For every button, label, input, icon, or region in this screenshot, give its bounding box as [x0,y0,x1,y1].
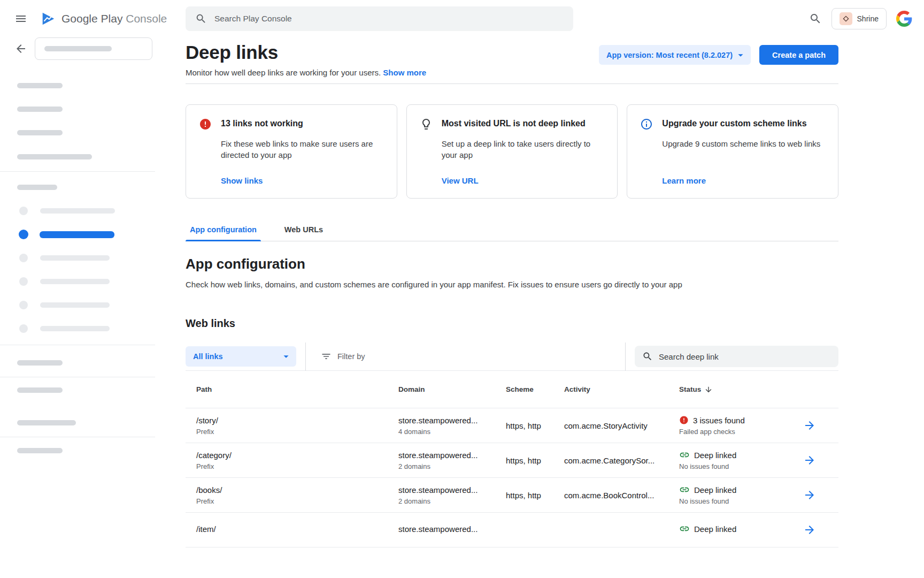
status-value: Deep linked [694,485,736,495]
card-most-visited-url: Most visited URL is not deep linked Set … [406,104,618,199]
deep-linked-icon [679,523,690,534]
app-version-label: App version: Most recent (8.2.027) [606,51,733,59]
show-more-link[interactable]: Show more [383,68,426,77]
tab-app-configuration[interactable]: App configuration [186,218,261,241]
nav-item-icon-skeleton [19,277,28,286]
table-row[interactable]: /story/ Prefix store.steampowered... 4 d… [186,408,838,443]
nav-item-icon-skeleton [19,301,28,309]
skeleton-bar [17,420,76,425]
skeleton-bar [17,154,92,159]
view-url-link[interactable]: View URL [442,176,605,185]
arrow-forward-icon [803,419,816,432]
table-row[interactable]: /books/ Prefix store.steampowered... 2 d… [186,478,838,513]
status-detail: No issues found [679,497,802,506]
tab-web-urls[interactable]: Web URLs [280,218,327,241]
row-detail-arrow-button[interactable] [803,419,816,432]
topbar-right: Shrine [809,8,924,29]
links-filter-label: All links [193,352,223,361]
links-filter-dropdown[interactable]: All links [186,346,296,367]
main-content: Deep links Monitor how well deep links a… [155,37,924,578]
skeleton-bar [40,326,110,331]
google-account-button[interactable] [896,11,912,27]
activity-value: com.acme.StoryActivity [564,421,679,431]
column-header-domain: Domain [398,385,506,393]
card-body: Fix these web links to make sure users a… [221,138,384,161]
path-value: /story/ [196,415,398,425]
card-body: Upgrade 9 custom scheme links to web lin… [662,138,825,149]
sidebar-divider [0,345,155,345]
card-links-not-working: 13 links not working Fix these web links… [186,104,397,199]
logo-secondary: Console [126,12,167,25]
nav-item-icon-skeleton [19,254,28,262]
filter-by-label: Filter by [337,352,365,361]
sidebar-divider [0,171,155,172]
domain-value: store.steampowered... [398,524,506,534]
page-title: Deep links [186,41,426,64]
learn-more-link[interactable]: Learn more [662,176,825,185]
skeleton-bar [17,107,63,112]
arrow-forward-icon [803,454,816,467]
column-header-path: Path [186,385,398,393]
secondary-search-button[interactable] [809,12,822,25]
row-detail-arrow-button[interactable] [803,454,816,467]
domain-count: 2 domains [398,497,506,506]
app-switcher-chip[interactable]: Shrine [831,8,887,29]
web-links-table: Path Domain Scheme Activity Status /stor… [186,371,838,547]
deep-linked-icon [679,450,690,460]
domain-count: 4 domains [398,428,506,436]
sidebar-nav-item-skeleton[interactable] [0,246,155,270]
search-icon [642,351,653,362]
row-detail-arrow-button[interactable] [803,489,816,501]
sidebar-divider [0,377,155,377]
card-title: Most visited URL is not deep linked [442,118,605,131]
lightbulb-icon [420,118,433,131]
logo-text: Google Play Console [61,12,167,25]
global-search-input[interactable] [214,14,564,24]
show-links-link[interactable]: Show links [221,176,384,185]
table-row[interactable]: /item/ store.steampowered... Deep linked [186,513,838,547]
deep-link-search-input[interactable] [659,352,831,361]
arrow-forward-icon [803,489,816,501]
status-header-label: Status [679,385,701,393]
create-patch-button[interactable]: Create a patch [759,45,838,65]
path-value: /books/ [196,485,398,495]
app-switcher-label: Shrine [857,14,879,23]
header-divider [186,83,838,84]
card-body: Set up a deep link to take users directl… [442,138,605,161]
path-value: /category/ [196,450,398,460]
topbar: Google Play Console Shrine [0,0,924,37]
play-console-logo[interactable]: Google Play Console [40,11,167,27]
skeleton-bar [17,130,63,135]
skeleton-bar [40,208,115,214]
logo-primary: Google Play [61,12,122,25]
skeleton-bar-active [40,231,114,238]
table-row[interactable]: /category/ Prefix store.steampowered... … [186,443,838,478]
menu-button[interactable] [14,11,27,26]
row-detail-arrow-button[interactable] [803,523,816,536]
filter-by-button[interactable]: Filter by [321,351,365,362]
domain-value: store.steampowered... [398,485,506,495]
nav-item-icon-skeleton [19,324,28,333]
arrow-forward-icon [803,523,816,536]
sidebar-nav-item-skeleton[interactable] [0,293,155,317]
column-header-status[interactable]: Status [679,385,802,394]
back-button[interactable] [14,42,27,55]
activity-value: com.acme.BookControl... [564,490,679,500]
web-links-heading: Web links [186,316,838,330]
vertical-divider [625,343,626,371]
sidebar-nav-item-skeleton[interactable] [0,270,155,293]
domain-value: store.steampowered... [398,415,506,425]
sidebar-skeleton-group [0,83,155,159]
play-console-app: Google Play Console Shrine [0,0,924,578]
sidebar-nav-item-skeleton[interactable] [0,199,155,223]
app-version-selector[interactable]: App version: Most recent (8.2.027) [599,45,751,65]
sidebar-nav-item-skeleton[interactable] [0,317,155,340]
status-value: Deep linked [694,450,736,460]
skeleton-bar [17,185,57,190]
global-search[interactable] [186,6,573,31]
deep-link-search[interactable] [635,346,838,367]
sidebar-nav-item-active[interactable] [0,223,155,246]
domain-count: 2 domains [398,462,506,471]
header-actions: App version: Most recent (8.2.027) Creat… [599,45,838,65]
page-subtitle: Monitor how well deep links are working … [186,67,426,78]
